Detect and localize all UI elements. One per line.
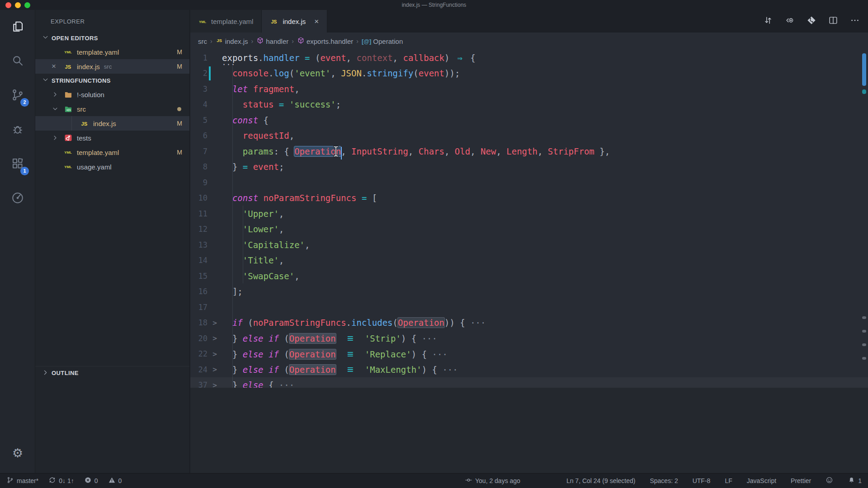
code-line-6[interactable]: 6 requestId, [190, 128, 868, 144]
status-0-1-[interactable]: 0↓ 1↑ [48, 476, 74, 485]
status-master-[interactable]: master* [6, 476, 38, 485]
code-token: = [243, 162, 248, 172]
code-token [264, 365, 269, 375]
code-line-9[interactable]: 9 [190, 174, 868, 190]
activity-debug[interactable] [0, 113, 35, 147]
section-header-stringfunctions[interactable]: STRINGFUNCTIONS [35, 74, 189, 87]
fold-chevron-icon[interactable]: > [208, 334, 222, 343]
status-you-2-days-ago[interactable]: You, 2 days ago [465, 476, 520, 485]
js-icon: JS [216, 37, 223, 46]
code-token [222, 255, 243, 265]
breadcrumb-item-src[interactable]: src [198, 38, 207, 45]
status-spaces-2[interactable]: Spaces: 2 [650, 477, 678, 484]
search-icon [11, 54, 24, 69]
outline-section-header[interactable]: OUTLINE [35, 366, 189, 380]
code-line-8[interactable]: 8 } = event; [190, 159, 868, 175]
tests-icon [63, 133, 73, 143]
code-line-18[interactable]: 18> if (noParamStringFuncs.includes(Oper… [190, 315, 868, 331]
git-modified-badge: M [177, 120, 182, 127]
tree-item-index.js[interactable]: JSindex.jsM [35, 116, 189, 131]
code-line-17[interactable]: 17 [190, 299, 868, 315]
git-diamond-button[interactable] [803, 13, 820, 30]
code-token [222, 146, 243, 156]
code-line-11[interactable]: 11 'Upper', [190, 206, 868, 221]
gitlens-compare-button[interactable] [781, 13, 798, 30]
code-line-10[interactable]: 10 const noParamStringFuncs = [ [190, 190, 868, 206]
status-1[interactable]: 1 [848, 476, 862, 485]
tab-index.js[interactable]: JSindex.js× [262, 10, 327, 33]
status-utf-8[interactable]: UTF-8 [693, 477, 711, 484]
close-tab-button[interactable]: × [314, 18, 319, 25]
status-prettier[interactable]: Prettier [791, 477, 811, 484]
tree-item-!-solution[interactable]: !-solution [35, 87, 189, 102]
tree-item-template.yaml[interactable]: YMLtemplate.yamlM [35, 145, 189, 160]
code-line-22[interactable]: 22> } else if (Operation ≡ 'Replace') { … [190, 346, 868, 362]
line-number: 18 [190, 318, 208, 327]
file-label: tests [77, 134, 91, 142]
status-ln-7-col-24-9-selected-[interactable]: Ln 7, Col 24 (9 selected) [566, 477, 636, 484]
code-token: ⇒ [455, 53, 465, 63]
tree-item-tests[interactable]: tests [35, 131, 189, 145]
code-line-3[interactable]: 3 let fragment, [190, 81, 868, 97]
code-token [359, 333, 364, 343]
code-line-16[interactable]: 16 ]; [190, 284, 868, 300]
code-line-7[interactable]: 7 params: { Operation, InputString, Char… [190, 143, 868, 159]
split-editor-button[interactable] [825, 13, 842, 30]
code-token: )); [444, 68, 460, 78]
activity-live-share[interactable] [0, 182, 35, 216]
activity-search[interactable] [0, 44, 35, 79]
code-line-37[interactable]: 37> } else { ··· [190, 377, 868, 388]
code-line-5[interactable]: 5 const { [190, 112, 868, 128]
breadcrumb-item-index.js[interactable]: JSindex.js [216, 37, 248, 46]
activity-gear[interactable]: ⚙ [0, 436, 35, 470]
code-line-2[interactable]: 2 console.log('event', JSON.stringify(ev… [190, 66, 868, 81]
status-label: 0↓ 1↑ [59, 477, 74, 484]
line-number: 10 [190, 193, 208, 202]
chevron-down-icon[interactable] [52, 105, 63, 113]
fold-chevron-icon[interactable]: > [208, 319, 222, 327]
code-line-4[interactable]: 4 status = 'success'; [190, 97, 868, 113]
compare-changes-button[interactable] [760, 13, 777, 30]
tab-template.yaml[interactable]: YMLtemplate.yaml [190, 10, 262, 33]
code-token: ( [279, 365, 289, 375]
status-javascript[interactable]: JavaScript [747, 477, 776, 484]
vertical-scrollbar[interactable] [862, 50, 867, 473]
code-token: } [222, 333, 243, 343]
breadcrumb-item-handler[interactable]: handler [256, 37, 288, 46]
status-smiley[interactable] [826, 476, 833, 485]
code-line-1[interactable]: 1···exports.handler = (event, context, c… [190, 50, 868, 66]
more-actions-button[interactable] [846, 13, 863, 30]
file-label: usage.yaml [77, 163, 112, 171]
code-area[interactable]: 1···exports.handler = (event, context, c… [190, 50, 868, 388]
status-lf[interactable]: LF [725, 477, 732, 484]
chevron-right-icon[interactable] [52, 134, 63, 141]
section-header-open-editors[interactable]: OPEN EDITORS [35, 31, 189, 45]
code-line-13[interactable]: 13 'Capitalize', [190, 237, 868, 253]
fold-chevron-icon[interactable]: > [208, 350, 222, 358]
line-number: 1 [190, 53, 208, 62]
breadcrumb-item-Operation[interactable]: [@]Operation [362, 38, 403, 45]
code-line-14[interactable]: 14 'Title', [190, 253, 868, 268]
open-editor-index.js[interactable]: ×JSindex.jssrcM [35, 59, 189, 74]
close-editor-button[interactable]: × [52, 62, 63, 71]
open-editor-template.yaml[interactable]: YMLtemplate.yamlM [35, 45, 189, 59]
activity-files[interactable] [0, 10, 35, 44]
status-0[interactable]: 0 [108, 476, 122, 485]
tree-item-usage.yaml[interactable]: YMLusage.yaml [35, 160, 189, 174]
code-token: ( [279, 349, 289, 359]
activity-source-control[interactable]: 2 [0, 79, 35, 113]
code-text: const noParamStringFuncs = [ [222, 193, 377, 203]
tree-item-src[interactable]: </>src [35, 102, 189, 116]
code-line-12[interactable]: 12 'Lower', [190, 221, 868, 237]
breadcrumb-item-exports.handler[interactable]: exports.handler [297, 37, 353, 46]
code-token: = [305, 53, 310, 63]
fold-chevron-icon[interactable]: > [208, 365, 222, 374]
fold-chevron-icon[interactable]: > [208, 381, 222, 388]
code-token: [ [367, 193, 377, 203]
code-line-20[interactable]: 20> } else if (Operation ≡ 'Strip') { ··… [190, 330, 868, 346]
code-line-24[interactable]: 24> } else if (Operation ≡ 'MaxLength') … [190, 361, 868, 377]
code-line-15[interactable]: 15 'SwapCase', [190, 268, 868, 284]
status-0[interactable]: 0 [84, 476, 98, 485]
chevron-right-icon[interactable] [52, 91, 63, 98]
activity-extensions[interactable]: 1 [0, 147, 35, 182]
